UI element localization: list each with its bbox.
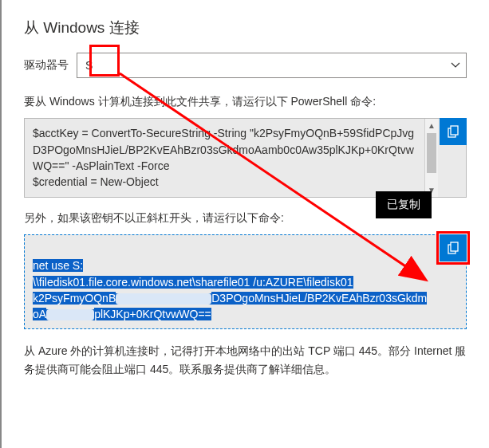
drive-letter-select-wrap: S	[77, 53, 467, 78]
svg-rect-3	[451, 242, 458, 251]
copy-icon	[446, 241, 460, 255]
svg-rect-1	[451, 126, 458, 135]
copied-tooltip: 已复制	[376, 191, 432, 218]
drive-letter-label: 驱动器号	[24, 58, 69, 73]
scroll-thumb[interactable]	[427, 133, 436, 173]
code-block-powershell: $acctKey = ConvertTo-SecureString -Strin…	[24, 118, 467, 197]
panel-title: 从 Windows 连接	[24, 18, 467, 38]
instruction-port445: 从 Azure 外的计算机连接时，记得打开本地网络中的出站 TCP 端口 445…	[24, 342, 467, 378]
code-text-netuse[interactable]: net use S: \\filedisk01.file.core.window…	[24, 234, 467, 329]
scroll-up-icon[interactable]: ▲	[425, 119, 438, 132]
code-block-netuse: 已复制 net use S: \\filedisk01.file.core.wi…	[24, 234, 467, 329]
copy-button-2[interactable]	[440, 234, 467, 261]
redacted-region	[46, 309, 94, 320]
drive-letter-select[interactable]: S	[77, 53, 467, 78]
code-text-powershell[interactable]: $acctKey = ConvertTo-SecureString -Strin…	[24, 118, 467, 197]
instruction-powershell: 要从 Windows 计算机连接到此文件共享，请运行以下 PowerShell …	[24, 92, 467, 110]
scrollbar[interactable]: ▲ ▼	[424, 119, 438, 196]
copy-icon	[446, 124, 460, 139]
copy-button-1[interactable]	[440, 118, 467, 145]
redacted-region	[116, 293, 211, 305]
